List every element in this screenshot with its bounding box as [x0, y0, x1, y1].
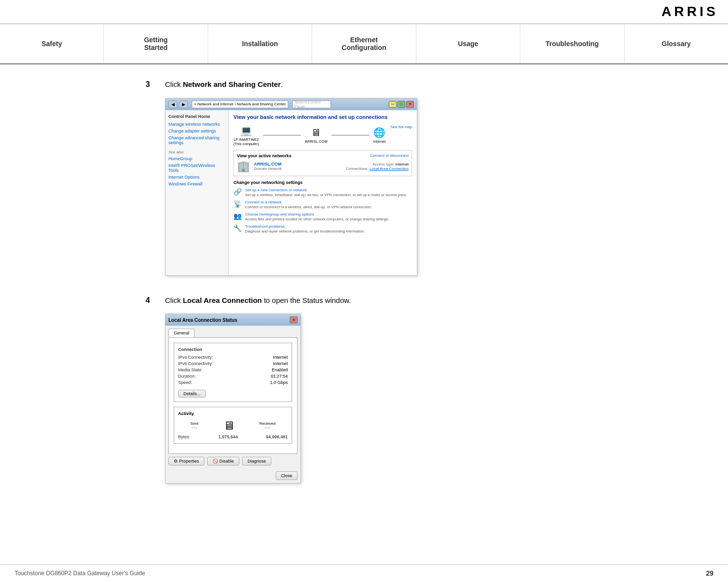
step-4-text: Click Local Area Connection to open the …	[165, 295, 699, 306]
lacs-screenshot: Local Area Connection Status ✕ General C…	[165, 314, 301, 483]
nsc-minimize-btn[interactable]: ─	[389, 101, 397, 108]
nsc-homegroup-icon: 👥	[233, 212, 242, 220]
lacs-ipv6-row: IPv6 Connectivity: Internet	[178, 361, 288, 366]
footer-page: 29	[706, 569, 713, 577]
nsc-change-title: Change your networking settings	[233, 180, 412, 185]
nsc-new-connection-icon: 🔗	[233, 188, 242, 196]
nsc-internet-options-link[interactable]: Internet Options	[168, 175, 225, 180]
lacs-duration-value: 01:27:54	[271, 374, 288, 379]
nav-usage[interactable]: Usage	[416, 24, 520, 63]
lacs-duration-row: Duration: 01:27:54	[178, 374, 288, 379]
nsc-homegroup-sharing-link[interactable]: Choose homegroup and sharing options	[245, 212, 389, 216]
disable-icon: 🚫	[213, 459, 218, 464]
lacs-activity-title: Activity	[178, 411, 288, 416]
lacs-diagnose-button[interactable]: Diagnose	[242, 457, 271, 466]
lacs-disable-button[interactable]: 🚫 Disable	[207, 457, 239, 466]
lacs-properties-button[interactable]: ⚙ Properties	[168, 457, 204, 466]
step-3-bold: Network and Sharing Center	[183, 80, 281, 88]
nsc-troubleshoot-link[interactable]: Troubleshoot problems	[245, 224, 365, 229]
nsc-intel-link[interactable]: Intel® PROSet/Wireless Tools	[168, 163, 225, 173]
lacs-duration-label: Duration:	[178, 374, 196, 379]
step-3-text: Click Network and Sharing Center.	[165, 79, 699, 90]
arris-logo: ARRIS	[662, 4, 718, 19]
nsc-sidebar-adapter[interactable]: Change adapter settings	[168, 129, 225, 133]
nav-safety[interactable]: Safety	[0, 24, 104, 63]
step-3-content: Click Network and Sharing Center. ◀ ▶ « …	[165, 79, 699, 276]
lacs-close-area: Close	[165, 468, 300, 483]
lacs-tab-general[interactable]: General	[168, 329, 195, 337]
nav-installation[interactable]: Installation	[208, 24, 312, 63]
step-4-number: 4	[146, 295, 165, 305]
lacs-speed-row: Speed: 1.0 Gbps	[178, 380, 288, 385]
nsc-node-server: 🖥 ARRISL.COM	[305, 127, 328, 144]
nav-glossary[interactable]: Glossary	[625, 24, 728, 63]
main-content: 3 Click Network and Sharing Center. ◀ ▶ …	[0, 65, 728, 517]
lacs-speed-value: 1.0 Gbps	[270, 380, 288, 385]
nsc-setting-connect-network: 📡 Connect to a network Connect or reconn…	[233, 200, 412, 209]
nsc-troubleshoot-icon: 🔧	[233, 224, 242, 232]
nsc-setting-troubleshoot: 🔧 Troubleshoot problems Diagnose and rep…	[233, 224, 412, 233]
nsc-node-internet: 🌐 Internet	[373, 127, 385, 144]
nav-troubleshooting[interactable]: Troubleshooting	[520, 24, 624, 63]
nav-ethernet-config[interactable]: Ethernet Configuration	[312, 24, 416, 63]
header: ARRIS	[0, 0, 728, 24]
nsc-back-btn[interactable]: ◀	[168, 100, 177, 108]
nsc-homegroup-link[interactable]: HomeGroup	[168, 156, 225, 161]
step-4: 4 Click Local Area Connection to open th…	[146, 295, 699, 484]
nsc-forward-btn[interactable]: ▶	[179, 100, 188, 108]
nsc-screenshot: ◀ ▶ « Network and Internet › Network and…	[165, 98, 417, 276]
nsc-network-row: 🏢 ARRISL.COM Domain network Access type:	[237, 160, 409, 173]
lacs-close-button[interactable]: Close	[276, 471, 298, 480]
nsc-network-type: Domain network	[254, 166, 342, 171]
lacs-close-titlebar-btn[interactable]: ✕	[290, 316, 298, 323]
nsc-see-full-map[interactable]: See full map	[391, 125, 412, 129]
nsc-sidebar-advanced[interactable]: Change advanced sharing settings	[168, 135, 225, 145]
nsc-active-networks-title: View your active networks	[237, 153, 291, 158]
nsc-sidebar-wireless[interactable]: Manage wireless networks	[168, 122, 225, 127]
properties-icon: ⚙	[174, 459, 178, 464]
lacs-connection-title: Connection	[178, 347, 288, 352]
lacs-ipv4-label: IPv4 Connectivity:	[178, 355, 213, 360]
lacs-ipv4-row: IPv4 Connectivity: Internet	[178, 355, 288, 360]
lacs-received-col: Received ──	[259, 421, 275, 430]
nsc-connect-icon: 📡	[233, 200, 242, 208]
lacs-ipv6-label: IPv6 Connectivity:	[178, 361, 213, 366]
nsc-search-box[interactable]: Search Control Panel	[292, 100, 331, 108]
nsc-connector-1	[263, 135, 301, 135]
nsc-sidebar-title: Control Panel Home	[168, 114, 225, 119]
step-3-number: 3	[146, 79, 165, 89]
nsc-node-computer: 💻 LP-IMARTINEZ(This computer)	[233, 125, 259, 146]
footer: Touchstone DG860P2 Data Gateway User's G…	[0, 564, 728, 582]
nsc-setting-new-connection: 🔗 Set up a new connection or network Set…	[233, 188, 412, 197]
lacs-sent-bytes: 1,975,644	[218, 434, 238, 439]
nsc-main-panel: View your basic network information and …	[229, 110, 417, 275]
lacs-connection-section: Connection IPv4 Connectivity: Internet I…	[174, 343, 292, 402]
nsc-network-icon: 🏢	[237, 160, 250, 173]
lacs-ipv6-value: Internet	[273, 361, 288, 366]
lacs-titlebar: Local Area Connection Status ✕	[165, 314, 300, 326]
nsc-sidebar: Control Panel Home Manage wireless netwo…	[165, 110, 229, 275]
lacs-network-icon: 🖥	[223, 419, 235, 432]
nsc-connect-disconnect[interactable]: Connect or disconnect	[370, 153, 409, 158]
nsc-network-map: 💻 LP-IMARTINEZ(This computer) 🖥 ARRISL.C…	[233, 125, 412, 146]
lacs-media-row: Media State: Enabled	[178, 367, 288, 372]
nsc-connect-link[interactable]: Connect to a network	[245, 200, 372, 204]
lacs-media-label: Media State:	[178, 367, 203, 372]
nsc-main-title: View your basic network information and …	[233, 114, 412, 120]
nav-getting-started[interactable]: Getting Started	[104, 24, 208, 63]
nsc-close-btn[interactable]: ✕	[406, 101, 414, 108]
nsc-connector-2	[331, 135, 369, 135]
lacs-details-button[interactable]: Details...	[178, 390, 206, 398]
nsc-address-bar[interactable]: « Network and Internet › Network and Sha…	[192, 100, 288, 108]
nsc-new-connection-link[interactable]: Set up a new connection or network	[245, 188, 407, 192]
step-4-content: Click Local Area Connection to open the …	[165, 295, 699, 484]
nsc-firewall-link[interactable]: Windows Firewall	[168, 182, 225, 186]
nsc-body: Control Panel Home Manage wireless netwo…	[165, 110, 417, 275]
lacs-bytes-label: Bytes:	[178, 434, 190, 439]
nsc-local-area-connection-link[interactable]: Local Area Connection	[370, 166, 409, 171]
nsc-window: ◀ ▶ « Network and Internet › Network and…	[165, 99, 417, 275]
nsc-maximize-btn[interactable]: □	[397, 101, 405, 108]
nsc-setting-homegroup: 👥 Choose homegroup and sharing options A…	[233, 212, 412, 221]
lacs-speed-label: Speed:	[178, 380, 192, 385]
lacs-received-bytes: 94,996,481	[266, 434, 288, 439]
